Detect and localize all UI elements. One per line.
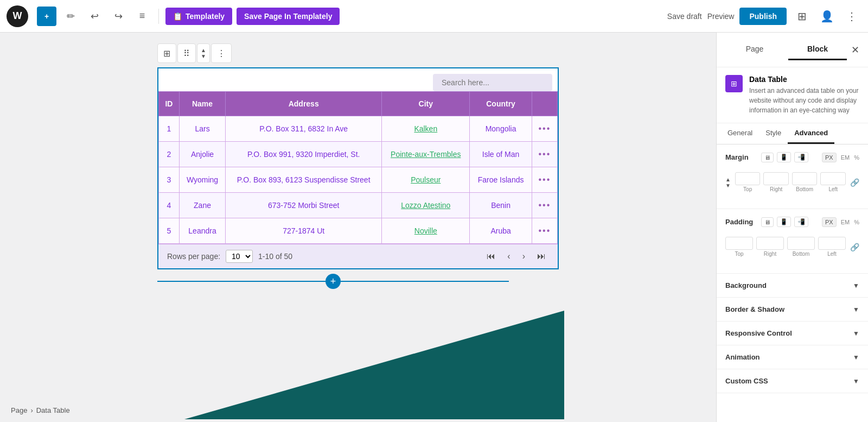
margin-bottom-label: Bottom: [796, 186, 813, 192]
section-label-custom-css: Custom CSS: [725, 377, 768, 385]
margin-desktop-icon[interactable]: 🖥: [761, 153, 774, 162]
padding-px-btn[interactable]: PX: [822, 217, 837, 227]
wp-logo[interactable]: W: [7, 5, 28, 27]
list-view-button[interactable]: ≡: [132, 7, 152, 26]
add-block-row: +: [157, 274, 559, 289]
main-layout: ⊞ ⠿ ▲ ▼ ⋮ IDNameAddressCityCountry 1Lars…: [0, 33, 868, 422]
chevron-animation: ▼: [853, 354, 859, 361]
col-header-2: Address: [226, 92, 382, 116]
prev-page-button[interactable]: ‹: [504, 250, 513, 262]
margin-top-input[interactable]: [735, 172, 761, 185]
section-label-responsive-control: Responsive Control: [725, 329, 792, 337]
margin-left-wrap: Left: [820, 172, 846, 192]
padding-desktop-icon[interactable]: 🖥: [761, 217, 774, 227]
margin-link-icon[interactable]: 🔗: [850, 178, 859, 187]
block-info: ⊞ Data Table Insert an advanced data tab…: [717, 67, 868, 123]
templately-button[interactable]: 📋 Templately: [165, 8, 232, 25]
preview-button[interactable]: Preview: [707, 12, 735, 21]
section-animation: Animation▼: [717, 345, 868, 369]
margin-top-label: Top: [743, 186, 752, 192]
margin-right-label: Right: [770, 186, 782, 192]
block-toolbar: ⊞ ⠿ ▲ ▼ ⋮: [157, 43, 716, 63]
move-down-icon: ▼: [201, 53, 206, 59]
block-options-button[interactable]: ⋮: [211, 43, 232, 63]
padding-tablet-icon[interactable]: 📱: [777, 217, 791, 227]
chevron-border-shadow: ▼: [853, 306, 859, 313]
margin-left-input[interactable]: [820, 172, 846, 185]
first-page-button[interactable]: ⏮: [483, 250, 499, 262]
table-body: 1LarsP.O. Box 311, 6832 In AveKalkenMong…: [159, 116, 558, 244]
advanced-tab[interactable]: Advanced: [788, 123, 834, 144]
topbar: W + ✏ ↩ ↪ ≡ 📋 Templately Save Page In Te…: [0, 0, 868, 33]
publish-button[interactable]: Publish: [739, 8, 787, 25]
padding-bottom-input[interactable]: [787, 237, 815, 250]
margin-pct-label: %: [854, 154, 859, 161]
chevron-custom-css: ▼: [853, 377, 859, 385]
style-tab[interactable]: Style: [759, 123, 788, 144]
page-tab[interactable]: Page: [725, 39, 784, 60]
padding-left-label: Left: [827, 251, 837, 257]
add-block-button-bottom[interactable]: +: [326, 274, 341, 289]
drag-handle-button[interactable]: ⠿: [177, 43, 196, 63]
table-view-button[interactable]: ⊞: [157, 43, 176, 63]
section-header-responsive-control[interactable]: Responsive Control▼: [717, 322, 868, 345]
layout-toggle-button[interactable]: ⊞: [792, 7, 812, 26]
padding-inputs: Top Right Bottom Left: [725, 237, 846, 257]
triangle-decoration: [184, 311, 564, 419]
chevron-responsive-control: ▼: [853, 330, 859, 337]
more-options-button[interactable]: ⋮: [842, 7, 861, 26]
breadcrumb: Page › Data Table: [11, 406, 70, 414]
margin-mobile-icon[interactable]: 📲: [794, 152, 808, 162]
margin-tablet-icon[interactable]: 📱: [777, 152, 791, 162]
col-header-1: Name: [179, 92, 226, 116]
sidebar-close-button[interactable]: ✕: [851, 44, 859, 56]
padding-label: Padding: [725, 218, 758, 226]
sidebar-page-block-tabs: Page Block ✕: [717, 33, 868, 67]
search-input[interactable]: [433, 74, 552, 91]
padding-link-icon[interactable]: 🔗: [850, 243, 859, 251]
table-header: IDNameAddressCityCountry: [159, 92, 558, 116]
padding-mobile-icon[interactable]: 📲: [794, 217, 808, 227]
section-header-animation[interactable]: Animation▼: [717, 345, 868, 369]
margin-px-btn[interactable]: PX: [822, 153, 837, 162]
section-header-border-shadow[interactable]: Border & Shadow▼: [717, 298, 868, 321]
section-custom-css: Custom CSS▼: [717, 369, 868, 393]
save-page-templately-button[interactable]: Save Page In Templately: [237, 8, 340, 25]
padding-top-wrap: Top: [725, 237, 753, 257]
edit-button[interactable]: ✏: [61, 7, 80, 26]
undo-button[interactable]: ↩: [85, 7, 104, 26]
save-draft-button[interactable]: Save draft: [667, 12, 702, 21]
section-header-custom-css[interactable]: Custom CSS▼: [717, 369, 868, 393]
block-tab[interactable]: Block: [788, 39, 847, 60]
table-row: 1LarsP.O. Box 311, 6832 In AveKalkenMong…: [159, 116, 558, 142]
add-line-left: [157, 281, 326, 282]
padding-bottom-wrap: Bottom: [787, 237, 815, 257]
padding-em-label: EM: [841, 219, 850, 225]
canvas-area: ⊞ ⠿ ▲ ▼ ⋮ IDNameAddressCityCountry 1Lars…: [0, 33, 716, 422]
redo-button[interactable]: ↪: [108, 7, 128, 26]
rows-per-page-select[interactable]: 10 25 50: [226, 250, 253, 263]
col-header-4: Country: [470, 92, 532, 116]
pagination-bar: Rows per page: 10 25 50 1-10 of 50 ⏮ ‹ ›…: [158, 244, 558, 268]
last-page-button[interactable]: ⏭: [534, 250, 549, 262]
col-header-5: [532, 92, 557, 116]
search-row: [158, 68, 558, 91]
padding-left-input[interactable]: [818, 237, 846, 250]
margin-stepper[interactable]: ▲ ▼: [725, 177, 731, 188]
padding-top-input[interactable]: [725, 237, 753, 250]
section-header-background[interactable]: Background▼: [717, 274, 868, 297]
add-block-button[interactable]: +: [37, 7, 56, 26]
user-avatar-button[interactable]: 👤: [817, 7, 837, 26]
margin-bottom-input[interactable]: [792, 172, 818, 185]
topbar-right: Save draft Preview Publish ⊞ 👤 ⋮: [667, 7, 861, 26]
padding-section: Padding 🖥 📱 📲 PX EM % Top Right: [717, 209, 868, 274]
section-label-animation: Animation: [725, 353, 760, 361]
padding-right-input[interactable]: [756, 237, 784, 250]
move-block-button[interactable]: ▲ ▼: [197, 43, 210, 63]
col-header-3: City: [382, 92, 470, 116]
general-tab[interactable]: General: [721, 123, 759, 144]
templately-icon: 📋: [173, 12, 182, 21]
margin-right-input[interactable]: [763, 172, 789, 185]
next-page-button[interactable]: ›: [519, 250, 528, 262]
padding-right-label: Right: [764, 251, 776, 257]
